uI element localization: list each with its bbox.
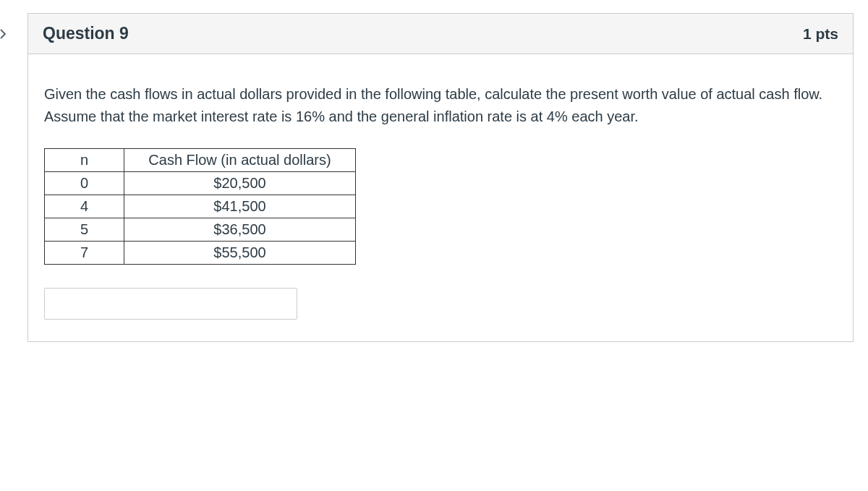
chevron-right-icon[interactable]: [0, 29, 7, 42]
question-title: Question 9: [43, 24, 129, 43]
table-cell-n: 5: [45, 218, 124, 242]
question-card: Question 9 1 pts Given the cash flows in…: [27, 13, 854, 342]
question-points: 1 pts: [803, 25, 838, 43]
table-cell-cashflow: $41,500: [124, 195, 356, 218]
question-body: Given the cash flows in actual dollars p…: [28, 54, 853, 341]
answer-input[interactable]: [44, 288, 297, 320]
table-header-n: n: [45, 149, 124, 172]
table-row: 7 $55,500: [45, 242, 356, 265]
table-cell-cashflow: $36,500: [124, 218, 356, 242]
cash-flow-table: n Cash Flow (in actual dollars) 0 $20,50…: [44, 148, 356, 265]
table-row: 5 $36,500: [45, 218, 356, 242]
table-cell-n: 4: [45, 195, 124, 218]
table-header-cashflow: Cash Flow (in actual dollars): [124, 149, 356, 172]
table-header-row: n Cash Flow (in actual dollars): [45, 149, 356, 172]
table-cell-cashflow: $20,500: [124, 172, 356, 195]
table-cell-n: 0: [45, 172, 124, 195]
table-cell-n: 7: [45, 242, 124, 265]
question-prompt: Given the cash flows in actual dollars p…: [44, 83, 837, 128]
table-row: 4 $41,500: [45, 195, 356, 218]
table-row: 0 $20,500: [45, 172, 356, 195]
question-header: Question 9 1 pts: [28, 14, 853, 54]
table-cell-cashflow: $55,500: [124, 242, 356, 265]
